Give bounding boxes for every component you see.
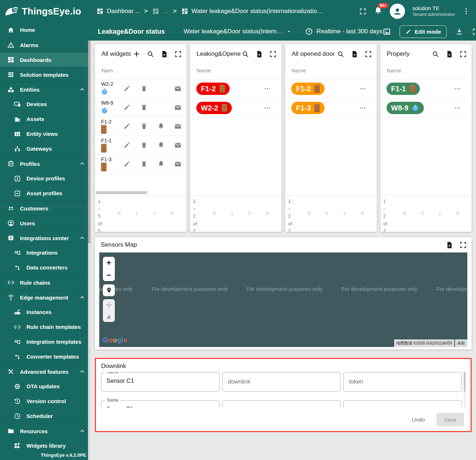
next-page-button[interactable] <box>436 210 443 217</box>
fullscreen-icon[interactable] <box>364 50 372 58</box>
fullscreen-icon[interactable] <box>459 241 467 249</box>
sidebar-item-resources[interactable]: Resources <box>0 423 91 438</box>
row-menu-icon[interactable] <box>454 104 462 112</box>
download-icon[interactable] <box>455 28 463 35</box>
horizontal-scrollbar[interactable] <box>96 191 147 194</box>
sidebar-item-integrations-center[interactable]: Integrations center <box>0 230 91 245</box>
search-icon[interactable] <box>242 50 249 58</box>
sidebar-item-advanced-features[interactable]: Advanced features <box>0 364 91 379</box>
first-page-button[interactable] <box>401 210 409 217</box>
export-icon[interactable] <box>446 241 453 249</box>
export-icon[interactable] <box>446 50 453 58</box>
delete-icon[interactable] <box>140 85 148 93</box>
sidebar-item-edge-management[interactable]: Edge management <box>0 290 91 305</box>
entity-pill[interactable]: F1-1 <box>387 83 420 95</box>
toolbar-fullscreen-icon[interactable] <box>472 28 476 35</box>
search-icon[interactable] <box>147 50 154 58</box>
edit-icon[interactable] <box>123 122 131 130</box>
sidebar-item-integrations[interactable]: Integrations <box>0 245 91 260</box>
email-icon[interactable] <box>174 160 182 168</box>
edit-icon[interactable] <box>123 104 131 112</box>
sidebar-item-alarms[interactable]: Alarms <box>0 37 91 52</box>
map-canvas[interactable]: For development purposes onlyFor develop… <box>99 252 467 347</box>
name-field[interactable]: Name Sensor C1 <box>101 372 220 392</box>
bell-icon[interactable] <box>157 160 165 168</box>
sidebar-item-rule-chain-templates[interactable]: Rule chain templates <box>0 319 91 334</box>
eraser-tool-button[interactable] <box>103 311 115 322</box>
entity-pill[interactable]: F1-2 <box>291 83 325 95</box>
breadcrumb-item-2[interactable]: Water leakage&Door status(Internationali… <box>181 8 323 15</box>
first-page-button[interactable] <box>211 210 218 217</box>
bell-icon[interactable] <box>157 141 165 149</box>
downlink-field[interactable]: downlink <box>222 372 341 392</box>
edit-icon[interactable] <box>123 160 131 168</box>
fullscreen-icon[interactable] <box>459 50 467 58</box>
row-menu-icon[interactable] <box>359 85 367 93</box>
sidebar-item-ota-updates[interactable]: OTA updates <box>0 379 91 394</box>
previous-page-button[interactable] <box>133 210 141 217</box>
row-menu-icon[interactable] <box>359 104 367 112</box>
sidebar-item-integration-templates[interactable]: Integration templates <box>0 334 91 349</box>
sidebar-item-solution-templates[interactable]: Solution templates <box>0 67 91 82</box>
export-icon[interactable] <box>351 50 358 58</box>
last-page-button[interactable] <box>358 210 366 217</box>
sidebar-scrollbar[interactable] <box>88 41 91 460</box>
sidebar-item-devices[interactable]: Devices <box>0 97 91 112</box>
token-field-2[interactable] <box>343 400 462 407</box>
sidebar-item-instances[interactable]: Instances <box>0 305 91 319</box>
bell-icon[interactable] <box>157 122 165 130</box>
entity-pill[interactable]: W2-2 <box>196 102 232 114</box>
search-icon[interactable] <box>432 50 439 58</box>
dashboard-select[interactable]: Water leakage&Door status(Intern… <box>184 28 292 35</box>
breadcrumb-item-0[interactable]: Dashboar… <box>96 8 140 15</box>
move-tool-button[interactable] <box>103 299 115 310</box>
entity-pill[interactable]: F1-2 <box>196 83 230 95</box>
sidebar-item-home[interactable]: Home <box>0 22 91 37</box>
first-page-button[interactable] <box>116 210 123 217</box>
downlink-field-2[interactable] <box>222 400 341 407</box>
sidebar-item-scheduler[interactable]: Scheduler <box>0 409 91 423</box>
undo-button[interactable]: Undo <box>412 417 425 423</box>
fullscreen-icon[interactable] <box>174 50 182 58</box>
avatar[interactable] <box>390 4 405 19</box>
delete-icon[interactable] <box>140 141 148 149</box>
save-button[interactable]: Save <box>437 413 464 426</box>
email-icon[interactable] <box>174 85 182 93</box>
sidebar-item-gateways[interactable]: Gateways <box>0 141 91 156</box>
next-page-button[interactable] <box>246 210 253 217</box>
next-page-button[interactable] <box>341 210 348 217</box>
email-icon[interactable] <box>174 122 182 130</box>
previous-page-button[interactable] <box>229 210 236 217</box>
last-page-button[interactable] <box>168 210 175 217</box>
email-icon[interactable] <box>174 141 182 149</box>
user-info[interactable]: solution TE Tenant administrator <box>412 5 455 18</box>
next-page-button[interactable] <box>151 210 158 217</box>
delete-icon[interactable] <box>140 104 148 112</box>
add-marker-button[interactable] <box>103 284 115 296</box>
fullscreen-icon[interactable] <box>269 50 277 58</box>
image-icon[interactable] <box>383 28 391 36</box>
token-field[interactable]: token <box>343 372 462 392</box>
delete-icon[interactable] <box>140 122 148 130</box>
zoom-out-button[interactable]: − <box>103 269 115 281</box>
delete-icon[interactable] <box>140 160 148 168</box>
sidebar-item-profiles[interactable]: Profiles <box>0 156 91 171</box>
edit-icon[interactable] <box>123 141 131 149</box>
first-page-button[interactable] <box>306 210 313 217</box>
sidebar-item-customers[interactable]: Customers <box>0 201 91 216</box>
zoom-in-button[interactable]: + <box>103 257 115 269</box>
row-menu-icon[interactable] <box>263 104 271 112</box>
sidebar-item-asset-profiles[interactable]: Asset profiles <box>0 186 91 201</box>
map-terms-link[interactable]: 条款 <box>455 339 467 347</box>
export-icon[interactable] <box>255 50 263 58</box>
sidebar-item-widgets-library[interactable]: Widgets library <box>0 438 91 453</box>
sidebar-item-version-control[interactable]: Version control <box>0 394 91 409</box>
search-icon[interactable] <box>337 50 345 58</box>
previous-page-button[interactable] <box>419 210 426 217</box>
sidebar-item-rule-chains[interactable]: Rule chains <box>0 275 91 290</box>
sidebar-item-entity-views[interactable]: Entity views <box>0 126 91 141</box>
sidebar-item-dashboards[interactable]: Dashboards <box>0 52 91 67</box>
form-scrollbar[interactable] <box>464 372 465 407</box>
sidebar-item-users[interactable]: Users <box>0 216 91 230</box>
edit-icon[interactable] <box>123 85 131 93</box>
